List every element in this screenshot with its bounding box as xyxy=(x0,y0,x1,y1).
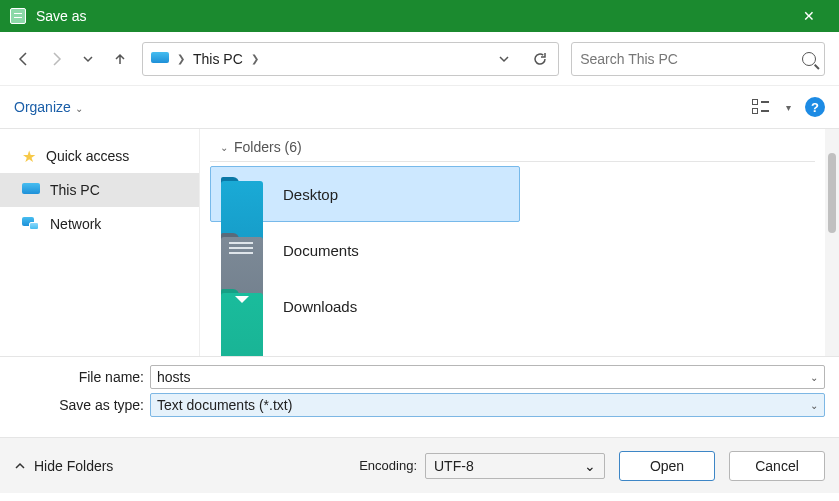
address-dropdown-icon[interactable] xyxy=(494,49,514,69)
recent-dropdown-icon[interactable] xyxy=(78,49,98,69)
title-bar: Save as ✕ xyxy=(0,0,839,32)
close-icon[interactable]: ✕ xyxy=(789,8,829,24)
scrollbar[interactable] xyxy=(825,129,839,356)
hide-folders-toggle[interactable]: Hide Folders xyxy=(14,458,113,474)
this-pc-icon xyxy=(22,183,40,197)
search-icon xyxy=(802,52,816,66)
organize-label: Organize xyxy=(14,99,71,115)
chevron-down-icon[interactable]: ⌄ xyxy=(810,400,818,411)
encoding-select[interactable]: UTF-8 ⌄ xyxy=(425,453,605,479)
section-label: Folders (6) xyxy=(234,139,302,155)
hide-folders-label: Hide Folders xyxy=(34,458,113,474)
view-dropdown-icon[interactable]: ▾ xyxy=(786,102,791,113)
dialog-footer: Hide Folders Encoding: UTF-8 ⌄ Open Canc… xyxy=(0,437,839,493)
star-icon: ★ xyxy=(22,147,36,166)
folder-label: Documents xyxy=(283,242,359,259)
search-box[interactable]: Search This PC xyxy=(571,42,825,76)
toolbar: Organize ⌄ ▾ ? xyxy=(0,86,839,129)
sidebar-item-label: This PC xyxy=(50,182,100,198)
folder-icon xyxy=(221,177,263,211)
cancel-button[interactable]: Cancel xyxy=(729,451,825,481)
folder-item-desktop[interactable]: Desktop xyxy=(210,166,520,222)
sidebar-item-this-pc[interactable]: This PC xyxy=(0,173,199,207)
nav-row: ❯ This PC ❯ Search This PC xyxy=(0,32,839,86)
organize-menu[interactable]: Organize ⌄ xyxy=(14,99,83,115)
open-button-label: Open xyxy=(650,458,684,474)
this-pc-icon xyxy=(151,52,169,66)
chevron-down-icon: ⌄ xyxy=(584,458,596,474)
scrollbar-thumb[interactable] xyxy=(828,153,836,233)
encoding-label: Encoding: xyxy=(359,458,417,473)
folder-label: Downloads xyxy=(283,298,357,315)
chevron-down-icon: ⌄ xyxy=(220,142,228,153)
chevron-down-icon: ⌄ xyxy=(75,103,83,114)
back-icon[interactable] xyxy=(14,49,34,69)
save-type-label: Save as type: xyxy=(14,397,144,413)
refresh-icon[interactable] xyxy=(530,49,550,69)
breadcrumb[interactable]: This PC xyxy=(193,51,243,67)
file-name-value: hosts xyxy=(157,369,190,385)
address-bar[interactable]: ❯ This PC ❯ xyxy=(142,42,559,76)
network-icon xyxy=(22,217,40,231)
save-type-value: Text documents (*.txt) xyxy=(157,397,292,413)
encoding-value: UTF-8 xyxy=(434,458,474,474)
folders-section-header[interactable]: ⌄ Folders (6) xyxy=(210,133,815,162)
save-type-select[interactable]: Text documents (*.txt) ⌄ xyxy=(150,393,825,417)
sidebar-item-label: Quick access xyxy=(46,148,129,164)
chevron-right-icon[interactable]: ❯ xyxy=(177,53,185,64)
chevron-right-icon[interactable]: ❯ xyxy=(251,53,259,64)
cancel-button-label: Cancel xyxy=(755,458,799,474)
sidebar: ★ Quick access This PC Network xyxy=(0,129,200,356)
window-title: Save as xyxy=(36,8,87,24)
file-name-input[interactable]: hosts ⌄ xyxy=(150,365,825,389)
help-icon[interactable]: ? xyxy=(805,97,825,117)
search-placeholder: Search This PC xyxy=(580,51,794,67)
open-button[interactable]: Open xyxy=(619,451,715,481)
file-fields: File name: hosts ⌄ Save as type: Text do… xyxy=(0,356,839,419)
folder-icon xyxy=(221,233,263,267)
forward-icon[interactable] xyxy=(46,49,66,69)
sidebar-item-network[interactable]: Network xyxy=(0,207,199,241)
folder-label: Desktop xyxy=(283,186,338,203)
sidebar-item-quick-access[interactable]: ★ Quick access xyxy=(0,139,199,173)
view-options-icon[interactable] xyxy=(752,99,772,115)
file-name-label: File name: xyxy=(14,369,144,385)
app-icon xyxy=(10,8,26,24)
chevron-down-icon[interactable]: ⌄ xyxy=(810,372,818,383)
chevron-up-icon xyxy=(14,460,26,472)
folder-icon xyxy=(221,289,263,323)
folder-list: ⌄ Folders (6) Desktop Documents Download… xyxy=(200,129,825,356)
up-icon[interactable] xyxy=(110,49,130,69)
sidebar-item-label: Network xyxy=(50,216,101,232)
